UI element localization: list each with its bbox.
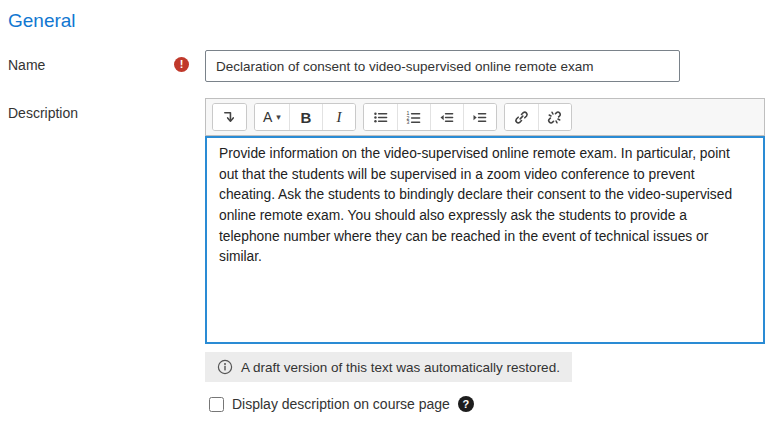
draft-notice-text: A draft version of this text was automat… (241, 360, 560, 375)
name-row: Name ! (8, 50, 765, 82)
italic-icon: I (336, 109, 341, 126)
editor-toolbar: A▾ B I (205, 98, 765, 136)
unordered-list-icon (373, 110, 388, 125)
bold-icon: B (300, 109, 311, 126)
outdent-icon (439, 110, 454, 125)
unlink-button[interactable] (538, 104, 571, 130)
indent-icon (472, 110, 487, 125)
link-button[interactable] (505, 104, 538, 130)
bold-button[interactable]: B (289, 104, 322, 130)
indent-button[interactable] (463, 104, 496, 130)
italic-button[interactable]: I (322, 104, 355, 130)
name-label: Name (8, 57, 45, 73)
svg-text:3: 3 (407, 118, 410, 124)
font-letter: A (263, 109, 272, 125)
display-description-checkbox[interactable] (209, 397, 224, 412)
section-title-general[interactable]: General (8, 10, 765, 32)
display-description-label: Display description on course page (232, 396, 450, 412)
arrow-down-icon (222, 110, 237, 125)
ordered-list-icon: 1 2 3 (406, 110, 421, 125)
ordered-list-button[interactable]: 1 2 3 (397, 104, 430, 130)
description-textarea[interactable]: Provide information on the video-supervi… (205, 136, 765, 344)
unlink-icon (547, 110, 562, 125)
outdent-button[interactable] (430, 104, 463, 130)
toolbar-group-lists: 1 2 3 (363, 103, 497, 131)
description-row: Description A▾ B (8, 98, 765, 382)
display-description-row: Display description on course page ? (8, 396, 765, 412)
description-label: Description (8, 105, 78, 121)
info-icon (217, 359, 233, 375)
required-icon: ! (174, 57, 189, 72)
unordered-list-button[interactable] (364, 104, 397, 130)
collapse-toolbar-button[interactable] (213, 104, 246, 130)
draft-notice: A draft version of this text was automat… (205, 352, 572, 382)
toolbar-group-links (504, 103, 572, 131)
paragraph-styles-button[interactable]: A▾ (255, 104, 289, 130)
help-icon[interactable]: ? (458, 396, 474, 412)
name-input[interactable] (205, 50, 680, 82)
description-editor: A▾ B I (205, 98, 765, 344)
toolbar-group-format: A▾ B I (254, 103, 356, 131)
link-icon (514, 110, 529, 125)
chevron-down-icon: ▾ (276, 112, 281, 122)
toolbar-group-collapse (212, 103, 247, 131)
